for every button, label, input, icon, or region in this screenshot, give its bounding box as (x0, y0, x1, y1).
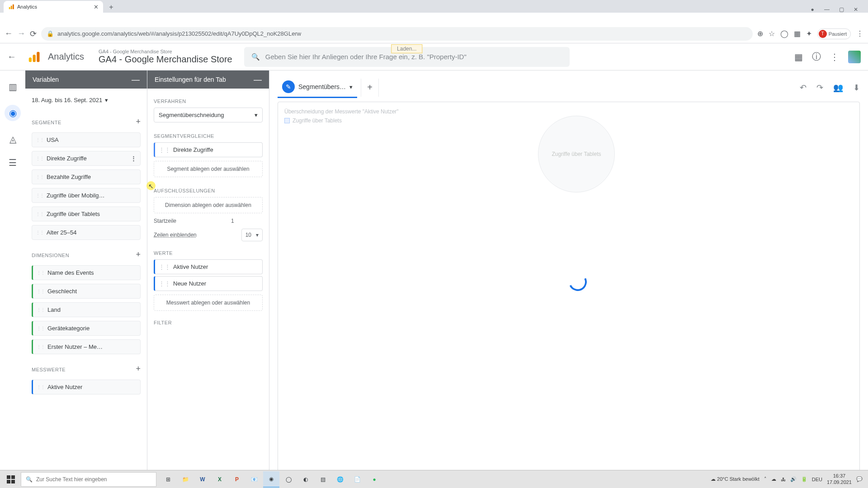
canvas-tab[interactable]: ✎ Segmentübers… ▾ (278, 77, 357, 98)
date-range-selector[interactable]: 18. Aug. bis 16. Sept. 2021 ▾ (32, 93, 141, 107)
dimension-chip[interactable]: ⋮⋮Geschlecht (32, 284, 141, 299)
start-button[interactable] (2, 472, 20, 487)
obs-icon[interactable]: ◯ (280, 471, 297, 488)
tray-chevron-icon[interactable]: ˄ (764, 476, 767, 482)
back-icon[interactable]: ← (5, 29, 13, 38)
search-icon: 🔍 (251, 53, 260, 61)
powerpoint-icon[interactable]: P (229, 471, 245, 488)
grip-icon: ⋮⋮ (37, 289, 45, 294)
chrome-menu-icon[interactable]: ⋮ (856, 29, 863, 38)
segment-chip[interactable]: ⋮⋮Zugriffe über Tablets (32, 206, 141, 221)
applied-segment[interactable]: ⋮⋮ Direkte Zugriffe (154, 142, 263, 157)
add-metric-button[interactable]: + (136, 364, 141, 374)
loading-spinner-icon (566, 270, 589, 293)
chrome-icon[interactable]: ◉ (263, 471, 279, 488)
browser-tab[interactable]: Analytics ✕ (4, 1, 103, 13)
segment-chip[interactable]: ⋮⋮Bezahlte Zugriffe (32, 169, 141, 184)
settings-collapse-icon[interactable]: — (254, 75, 262, 84)
edge-icon[interactable]: 🌐 (332, 471, 348, 488)
reports-icon[interactable]: ▥ (9, 81, 17, 92)
excel-icon[interactable]: X (212, 471, 228, 488)
dimension-chip[interactable]: ⋮⋮Erster Nutzer – Me… (32, 339, 141, 354)
file-explorer-icon[interactable]: 📁 (177, 471, 193, 488)
dimension-drop-zone[interactable]: Dimension ablegen oder auswählen (154, 197, 263, 213)
header-back-icon[interactable]: ← (7, 52, 20, 62)
mail-icon[interactable]: 📧 (246, 471, 262, 488)
segment-chip[interactable]: ⋮⋮USA (32, 132, 141, 147)
network-icon[interactable]: 🖧 (781, 477, 786, 482)
reload-icon[interactable]: ⟳ (30, 29, 37, 39)
window-minimize-icon[interactable]: — (824, 6, 830, 13)
account-dot-icon[interactable]: ● (809, 6, 816, 13)
configure-icon[interactable]: ☰ (9, 157, 17, 168)
segment-chip[interactable]: ⋮⋮Alter 25–54 (32, 225, 141, 240)
search-bar[interactable]: Laden... 🔍 Geben Sie hier Ihr Anliegen o… (244, 47, 570, 67)
share-icon[interactable]: 👥 (833, 83, 843, 93)
dimension-chip[interactable]: ⋮⋮Name des Events (32, 265, 141, 280)
volume-icon[interactable]: 🔊 (790, 476, 797, 482)
spotify-icon[interactable]: ● (366, 471, 382, 488)
word-icon[interactable]: W (194, 471, 211, 488)
export-icon[interactable]: ⬇ (853, 83, 860, 93)
language-indicator[interactable]: DEU (812, 477, 822, 482)
start-row-value[interactable]: 1 (231, 218, 263, 224)
dimension-chip[interactable]: ⋮⋮Land (32, 302, 141, 317)
explore-icon[interactable]: ◉ (5, 105, 21, 121)
task-view-icon[interactable]: ⊞ (160, 471, 176, 488)
redo-icon[interactable]: ↷ (816, 83, 823, 93)
app-icon-2[interactable]: ▤ (315, 471, 331, 488)
tab-menu-chevron-icon[interactable]: ▾ (349, 84, 353, 90)
segment-chip[interactable]: ⋮⋮Direkte Zugriffe⋮ (32, 151, 141, 166)
user-avatar[interactable] (848, 51, 861, 63)
add-tab-button[interactable]: + (361, 79, 379, 97)
legend-swatch (284, 118, 290, 123)
battery-icon[interactable]: 🔋 (801, 476, 807, 482)
new-tab-button[interactable]: + (106, 2, 117, 13)
segment-drop-zone[interactable]: Segment ablegen oder auswählen (154, 161, 263, 177)
clock[interactable]: 16:37 17.09.2021 (827, 473, 852, 485)
metric-drop-zone[interactable]: Messwert ablegen oder auswählen (154, 295, 263, 311)
bookmark-icon[interactable]: ☆ (769, 29, 775, 38)
settings-title: Einstellungen für den Tab (155, 76, 226, 83)
chevron-down-icon: ▾ (256, 232, 259, 238)
metric-chip[interactable]: ⋮⋮Aktive Nutzer (32, 380, 141, 394)
profile-badge[interactable]: T Pausiert (817, 28, 851, 39)
canvas-area: ✎ Segmentübers… ▾ + ↶ ↷ 👥 ⬇ Überschneidu… (269, 70, 868, 488)
address-bar[interactable]: 🔒 analytics.google.com/analytics/web/#/a… (41, 27, 753, 41)
overlap-title: Überschneidung der Messwerte "Aktive Nut… (284, 108, 853, 115)
svg-rect-0 (9, 7, 10, 9)
tab-close-icon[interactable]: ✕ (94, 4, 99, 10)
add-segment-button[interactable]: + (136, 117, 141, 127)
kebab-menu-icon[interactable]: ⋮ (830, 52, 839, 62)
zoom-icon[interactable]: ⊕ (757, 29, 763, 38)
help-icon[interactable]: ⓘ (812, 51, 821, 63)
property-selector[interactable]: GA4 - Google Merchandise Store GA4 - Goo… (99, 49, 232, 65)
undo-icon[interactable]: ↶ (800, 83, 807, 93)
variables-collapse-icon[interactable]: — (132, 75, 140, 84)
notifications-icon[interactable]: 💬 (856, 476, 863, 482)
rows-show-select[interactable]: 10 ▾ (241, 229, 263, 241)
extensions-icon[interactable]: ✦ (806, 29, 812, 38)
grip-icon: ⋮⋮ (37, 385, 45, 389)
technique-select[interactable]: Segmentüberschneidung ▾ (154, 108, 263, 122)
chip-more-icon[interactable]: ⋮ (131, 155, 137, 162)
apps-icon[interactable]: ▦ (794, 52, 803, 62)
advertising-icon[interactable]: ◬ (9, 134, 16, 145)
extension-2-icon[interactable]: ▦ (794, 29, 801, 38)
window-maximize-icon[interactable]: ▢ (838, 6, 844, 13)
dimension-chip[interactable]: ⋮⋮Gerätekategorie (32, 321, 141, 336)
add-dimension-button[interactable]: + (136, 250, 141, 259)
window-close-icon[interactable]: ✕ (853, 6, 859, 13)
applied-value[interactable]: ⋮⋮Aktive Nutzer (154, 259, 263, 274)
weather-widget[interactable]: ☁ 20°C Stark bewölkt (711, 476, 760, 482)
applied-value[interactable]: ⋮⋮Neue Nutzer (154, 276, 263, 291)
grip-icon: ⋮⋮ (37, 344, 45, 349)
forward-icon: → (17, 29, 25, 38)
extension-1-icon[interactable]: ◯ (780, 29, 788, 38)
cursor-icon: ↖ (148, 183, 154, 190)
notepad-icon[interactable]: 📄 (349, 471, 365, 488)
onedrive-icon[interactable]: ☁ (771, 476, 776, 482)
windows-search[interactable]: 🔍 Zur Suche Text hier eingeben (21, 472, 156, 487)
app-icon-1[interactable]: ◐ (297, 471, 314, 488)
segment-chip[interactable]: ⋮⋮Zugriffe über Mobilg… (32, 188, 141, 203)
